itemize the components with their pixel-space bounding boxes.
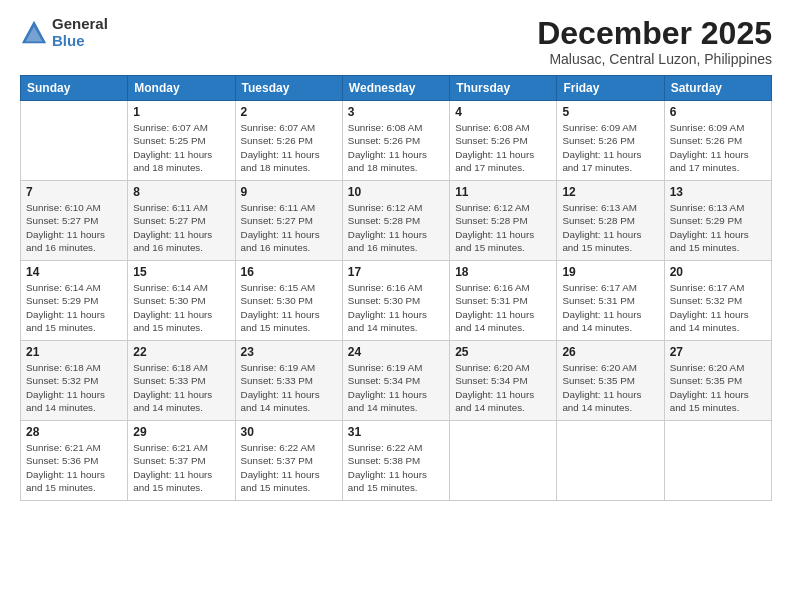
day-info: Sunrise: 6:16 AM Sunset: 5:30 PM Dayligh… xyxy=(348,281,444,334)
day-info: Sunrise: 6:20 AM Sunset: 5:34 PM Dayligh… xyxy=(455,361,551,414)
col-saturday: Saturday xyxy=(664,76,771,101)
table-row: 10Sunrise: 6:12 AM Sunset: 5:28 PM Dayli… xyxy=(342,181,449,261)
day-number: 23 xyxy=(241,345,337,359)
col-sunday: Sunday xyxy=(21,76,128,101)
day-info: Sunrise: 6:20 AM Sunset: 5:35 PM Dayligh… xyxy=(562,361,658,414)
day-number: 12 xyxy=(562,185,658,199)
table-row: 17Sunrise: 6:16 AM Sunset: 5:30 PM Dayli… xyxy=(342,261,449,341)
day-info: Sunrise: 6:11 AM Sunset: 5:27 PM Dayligh… xyxy=(241,201,337,254)
table-row: 2Sunrise: 6:07 AM Sunset: 5:26 PM Daylig… xyxy=(235,101,342,181)
day-info: Sunrise: 6:08 AM Sunset: 5:26 PM Dayligh… xyxy=(348,121,444,174)
table-row: 12Sunrise: 6:13 AM Sunset: 5:28 PM Dayli… xyxy=(557,181,664,261)
table-row: 31Sunrise: 6:22 AM Sunset: 5:38 PM Dayli… xyxy=(342,421,449,501)
day-number: 25 xyxy=(455,345,551,359)
table-row xyxy=(664,421,771,501)
col-monday: Monday xyxy=(128,76,235,101)
day-number: 27 xyxy=(670,345,766,359)
day-number: 9 xyxy=(241,185,337,199)
day-number: 8 xyxy=(133,185,229,199)
table-row: 9Sunrise: 6:11 AM Sunset: 5:27 PM Daylig… xyxy=(235,181,342,261)
day-info: Sunrise: 6:22 AM Sunset: 5:38 PM Dayligh… xyxy=(348,441,444,494)
col-friday: Friday xyxy=(557,76,664,101)
table-row: 28Sunrise: 6:21 AM Sunset: 5:36 PM Dayli… xyxy=(21,421,128,501)
location: Malusac, Central Luzon, Philippines xyxy=(537,51,772,67)
logo-blue: Blue xyxy=(52,33,108,50)
table-row: 1Sunrise: 6:07 AM Sunset: 5:25 PM Daylig… xyxy=(128,101,235,181)
calendar-week-5: 28Sunrise: 6:21 AM Sunset: 5:36 PM Dayli… xyxy=(21,421,772,501)
day-info: Sunrise: 6:09 AM Sunset: 5:26 PM Dayligh… xyxy=(670,121,766,174)
month-title: December 2025 xyxy=(537,16,772,51)
day-number: 29 xyxy=(133,425,229,439)
day-number: 28 xyxy=(26,425,122,439)
day-number: 21 xyxy=(26,345,122,359)
day-info: Sunrise: 6:13 AM Sunset: 5:28 PM Dayligh… xyxy=(562,201,658,254)
day-number: 16 xyxy=(241,265,337,279)
day-info: Sunrise: 6:14 AM Sunset: 5:29 PM Dayligh… xyxy=(26,281,122,334)
day-number: 19 xyxy=(562,265,658,279)
table-row: 23Sunrise: 6:19 AM Sunset: 5:33 PM Dayli… xyxy=(235,341,342,421)
logo-general: General xyxy=(52,16,108,33)
calendar-week-1: 1Sunrise: 6:07 AM Sunset: 5:25 PM Daylig… xyxy=(21,101,772,181)
day-number: 5 xyxy=(562,105,658,119)
day-number: 24 xyxy=(348,345,444,359)
table-row: 15Sunrise: 6:14 AM Sunset: 5:30 PM Dayli… xyxy=(128,261,235,341)
day-number: 4 xyxy=(455,105,551,119)
day-info: Sunrise: 6:17 AM Sunset: 5:32 PM Dayligh… xyxy=(670,281,766,334)
day-number: 3 xyxy=(348,105,444,119)
table-row: 3Sunrise: 6:08 AM Sunset: 5:26 PM Daylig… xyxy=(342,101,449,181)
table-row: 20Sunrise: 6:17 AM Sunset: 5:32 PM Dayli… xyxy=(664,261,771,341)
day-info: Sunrise: 6:16 AM Sunset: 5:31 PM Dayligh… xyxy=(455,281,551,334)
table-row: 6Sunrise: 6:09 AM Sunset: 5:26 PM Daylig… xyxy=(664,101,771,181)
day-info: Sunrise: 6:11 AM Sunset: 5:27 PM Dayligh… xyxy=(133,201,229,254)
calendar-week-2: 7Sunrise: 6:10 AM Sunset: 5:27 PM Daylig… xyxy=(21,181,772,261)
table-row xyxy=(21,101,128,181)
col-tuesday: Tuesday xyxy=(235,76,342,101)
table-row: 19Sunrise: 6:17 AM Sunset: 5:31 PM Dayli… xyxy=(557,261,664,341)
day-number: 7 xyxy=(26,185,122,199)
day-info: Sunrise: 6:19 AM Sunset: 5:33 PM Dayligh… xyxy=(241,361,337,414)
day-number: 17 xyxy=(348,265,444,279)
day-info: Sunrise: 6:21 AM Sunset: 5:36 PM Dayligh… xyxy=(26,441,122,494)
table-row xyxy=(450,421,557,501)
calendar-header: Sunday Monday Tuesday Wednesday Thursday… xyxy=(21,76,772,101)
day-number: 26 xyxy=(562,345,658,359)
table-row: 21Sunrise: 6:18 AM Sunset: 5:32 PM Dayli… xyxy=(21,341,128,421)
day-number: 15 xyxy=(133,265,229,279)
day-number: 2 xyxy=(241,105,337,119)
day-info: Sunrise: 6:20 AM Sunset: 5:35 PM Dayligh… xyxy=(670,361,766,414)
calendar: Sunday Monday Tuesday Wednesday Thursday… xyxy=(20,75,772,501)
table-row: 11Sunrise: 6:12 AM Sunset: 5:28 PM Dayli… xyxy=(450,181,557,261)
logo-text: General Blue xyxy=(52,16,108,49)
day-info: Sunrise: 6:17 AM Sunset: 5:31 PM Dayligh… xyxy=(562,281,658,334)
day-number: 11 xyxy=(455,185,551,199)
day-info: Sunrise: 6:12 AM Sunset: 5:28 PM Dayligh… xyxy=(455,201,551,254)
table-row: 13Sunrise: 6:13 AM Sunset: 5:29 PM Dayli… xyxy=(664,181,771,261)
day-info: Sunrise: 6:19 AM Sunset: 5:34 PM Dayligh… xyxy=(348,361,444,414)
table-row: 27Sunrise: 6:20 AM Sunset: 5:35 PM Dayli… xyxy=(664,341,771,421)
header-row: Sunday Monday Tuesday Wednesday Thursday… xyxy=(21,76,772,101)
day-info: Sunrise: 6:18 AM Sunset: 5:33 PM Dayligh… xyxy=(133,361,229,414)
table-row: 26Sunrise: 6:20 AM Sunset: 5:35 PM Dayli… xyxy=(557,341,664,421)
logo-icon xyxy=(20,19,48,47)
table-row: 24Sunrise: 6:19 AM Sunset: 5:34 PM Dayli… xyxy=(342,341,449,421)
table-row: 16Sunrise: 6:15 AM Sunset: 5:30 PM Dayli… xyxy=(235,261,342,341)
title-block: December 2025 Malusac, Central Luzon, Ph… xyxy=(537,16,772,67)
calendar-body: 1Sunrise: 6:07 AM Sunset: 5:25 PM Daylig… xyxy=(21,101,772,501)
day-number: 13 xyxy=(670,185,766,199)
table-row: 14Sunrise: 6:14 AM Sunset: 5:29 PM Dayli… xyxy=(21,261,128,341)
day-number: 14 xyxy=(26,265,122,279)
day-number: 1 xyxy=(133,105,229,119)
day-number: 20 xyxy=(670,265,766,279)
logo: General Blue xyxy=(20,16,108,49)
table-row: 30Sunrise: 6:22 AM Sunset: 5:37 PM Dayli… xyxy=(235,421,342,501)
day-info: Sunrise: 6:21 AM Sunset: 5:37 PM Dayligh… xyxy=(133,441,229,494)
table-row: 7Sunrise: 6:10 AM Sunset: 5:27 PM Daylig… xyxy=(21,181,128,261)
page: General Blue December 2025 Malusac, Cent… xyxy=(0,0,792,612)
day-info: Sunrise: 6:07 AM Sunset: 5:25 PM Dayligh… xyxy=(133,121,229,174)
day-info: Sunrise: 6:09 AM Sunset: 5:26 PM Dayligh… xyxy=(562,121,658,174)
day-info: Sunrise: 6:18 AM Sunset: 5:32 PM Dayligh… xyxy=(26,361,122,414)
table-row: 5Sunrise: 6:09 AM Sunset: 5:26 PM Daylig… xyxy=(557,101,664,181)
calendar-week-4: 21Sunrise: 6:18 AM Sunset: 5:32 PM Dayli… xyxy=(21,341,772,421)
day-info: Sunrise: 6:12 AM Sunset: 5:28 PM Dayligh… xyxy=(348,201,444,254)
day-info: Sunrise: 6:15 AM Sunset: 5:30 PM Dayligh… xyxy=(241,281,337,334)
